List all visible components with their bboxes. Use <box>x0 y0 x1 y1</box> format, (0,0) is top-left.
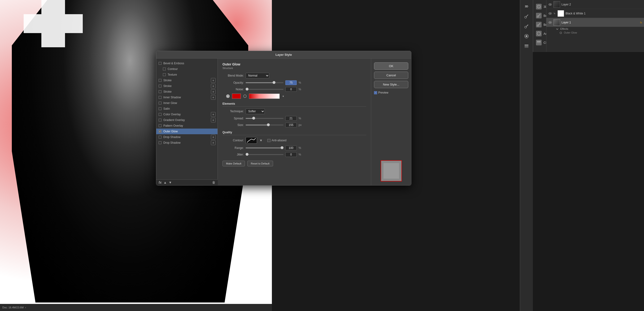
drop-shadow2-add-btn[interactable]: + <box>211 140 216 145</box>
size-slider-thumb[interactable] <box>267 123 270 126</box>
settings-panel: Outer Glow Structure Blend Mode: Normal … <box>218 58 371 185</box>
contour-dropdown-arrow[interactable]: ▼ <box>259 138 263 142</box>
spread-slider[interactable] <box>246 118 284 119</box>
bevel-emboss-checkbox[interactable] <box>159 62 162 65</box>
gradient-dropdown-arrow[interactable]: ▼ <box>282 95 284 98</box>
gradient-overlay-add-btn[interactable]: + <box>211 118 216 122</box>
technique-select[interactable]: Softer <box>246 108 265 114</box>
jitter-slider-thumb[interactable] <box>246 153 248 156</box>
quality-section-divider: Quality <box>222 131 366 135</box>
effect-item-satin[interactable]: Satin <box>156 106 218 112</box>
contour-preview[interactable] <box>246 137 257 144</box>
jitter-slider[interactable] <box>246 154 284 155</box>
stroke2-add-btn[interactable]: + <box>211 84 216 88</box>
fx-label[interactable]: fx <box>159 180 162 184</box>
stroke3-add-btn[interactable]: + <box>211 89 216 94</box>
jitter-input[interactable] <box>285 152 297 157</box>
tool-3d[interactable]: 3D <box>522 2 531 11</box>
range-input[interactable] <box>285 146 297 150</box>
color-swatch-red[interactable] <box>232 94 241 99</box>
stroke2-checkbox[interactable] <box>159 84 162 88</box>
range-slider[interactable] <box>246 148 284 148</box>
drop-shadow1-checkbox[interactable] <box>159 136 162 138</box>
contour-checkbox[interactable] <box>163 68 166 70</box>
effect-item-drop-shadow1[interactable]: Drop Shadow + <box>156 134 218 140</box>
cancel-button[interactable]: Cancel <box>374 72 408 79</box>
spread-slider-thumb[interactable] <box>252 117 255 120</box>
tool-brushes[interactable] <box>522 12 531 21</box>
blend-mode-select[interactable]: Normal <box>246 73 269 78</box>
effect-item-bevel-emboss[interactable]: Bevel & Emboss <box>156 60 218 66</box>
tool-adjustments[interactable] <box>522 32 531 41</box>
outer-glow-checkbox[interactable]: ✓ <box>159 130 162 133</box>
satin-checkbox[interactable] <box>159 107 162 110</box>
drop-shadow1-add-btn[interactable]: + <box>211 135 216 140</box>
tool-channels[interactable] <box>522 42 531 50</box>
make-default-btn[interactable]: Make Default <box>222 161 245 166</box>
action-panel: OK Cancel New Style... ✓ Preview <box>371 58 411 185</box>
color-radio-gradient[interactable] <box>243 94 246 98</box>
size-input[interactable] <box>285 123 297 128</box>
effect-item-color-overlay[interactable]: Color Overlay + <box>156 112 218 117</box>
noise-slider-thumb[interactable] <box>246 88 248 90</box>
contour-label: Contour <box>168 67 178 71</box>
opacity-input[interactable] <box>285 80 297 85</box>
spread-input[interactable] <box>285 116 297 121</box>
range-row: Range: % <box>222 146 366 150</box>
stroke3-checkbox[interactable] <box>159 90 162 93</box>
preview-check[interactable]: ✓ Preview <box>374 91 408 94</box>
stroke3-label: Stroke <box>163 90 172 93</box>
layer-row-bw1[interactable]: ↳ Black & White 1 <box>546 9 644 18</box>
bw1-link-icon: ↳ <box>554 12 556 15</box>
effect-item-inner-glow[interactable]: Inner Glow <box>156 100 218 106</box>
bw1-name: Black & White 1 <box>566 12 642 15</box>
bw1-visibility[interactable] <box>548 12 552 15</box>
effect-item-pattern-overlay[interactable]: Pattern Overlay <box>156 123 218 128</box>
inner-shadow-checkbox[interactable] <box>159 96 162 99</box>
gradient-overlay-checkbox[interactable] <box>159 119 162 122</box>
layer2-visibility[interactable] <box>548 2 552 6</box>
inner-glow-checkbox[interactable] <box>159 102 162 104</box>
effect-item-gradient-overlay[interactable]: Gradient Overlay + <box>156 117 218 123</box>
preview-checkbox[interactable]: ✓ <box>374 91 377 94</box>
ok-button[interactable]: OK <box>374 62 408 70</box>
color-overlay-add-btn[interactable]: + <box>211 112 216 117</box>
effect-item-outer-glow[interactable]: ✓ Outer Glow <box>156 128 218 134</box>
color-overlay-checkbox[interactable] <box>159 113 162 116</box>
fx-down-arrow[interactable]: ▼ <box>168 180 172 184</box>
gradient-swatch[interactable] <box>249 94 280 99</box>
texture-checkbox[interactable] <box>163 73 166 76</box>
fx-trash-icon[interactable]: 🗑 <box>212 180 216 184</box>
reset-to-default-btn[interactable]: Reset to Default <box>247 161 273 166</box>
layer1-thumb <box>554 19 560 26</box>
inner-shadow-add-btn[interactable]: + <box>211 95 216 100</box>
color-radio-solid[interactable] <box>226 94 230 98</box>
preview-thumb-container <box>374 160 408 182</box>
size-slider[interactable] <box>246 124 284 126</box>
range-slider-thumb[interactable] <box>281 146 284 149</box>
noise-slider[interactable] <box>246 89 284 90</box>
layer-row-layer1[interactable]: Layer 1 fx <box>546 18 644 27</box>
3d-icon <box>536 4 542 10</box>
effect-item-texture[interactable]: Texture <box>156 72 218 78</box>
opacity-slider[interactable] <box>246 82 284 83</box>
effect-item-inner-shadow[interactable]: Inner Shadow + <box>156 94 218 100</box>
effect-item-stroke1[interactable]: Stroke + <box>156 78 218 83</box>
effect-item-contour[interactable]: Contour <box>156 66 218 72</box>
opacity-slider-thumb[interactable] <box>272 81 276 84</box>
layer1-visibility[interactable] <box>548 20 552 24</box>
anti-alias-checkbox[interactable] <box>268 139 270 142</box>
fx-up-arrow[interactable]: ▲ <box>163 180 167 184</box>
anti-alias-check[interactable]: Anti-aliased <box>268 139 286 142</box>
new-style-button[interactable]: New Style... <box>374 81 408 88</box>
effect-item-stroke2[interactable]: Stroke + <box>156 83 218 89</box>
drop-shadow2-checkbox[interactable] <box>159 141 162 144</box>
tool-brush-settings[interactable] <box>522 22 531 31</box>
stroke1-checkbox[interactable] <box>159 79 162 82</box>
layer-row-layer2[interactable]: Layer 2 <box>546 0 644 9</box>
effect-item-stroke3[interactable]: Stroke + <box>156 89 218 94</box>
effect-item-drop-shadow2[interactable]: Drop Shadow + <box>156 140 218 146</box>
pattern-overlay-checkbox[interactable] <box>159 124 162 127</box>
stroke1-add-btn[interactable]: + <box>211 78 216 83</box>
noise-input[interactable] <box>285 87 297 92</box>
